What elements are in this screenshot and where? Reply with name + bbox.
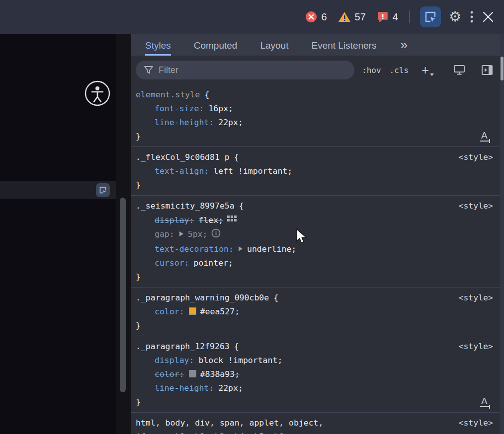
rule-header: element.style{	[136, 88, 495, 102]
property-name[interactable]: display:	[155, 216, 194, 225]
tab-computed[interactable]: Computed	[194, 40, 238, 56]
issues-badge[interactable]: 4	[377, 11, 398, 23]
property-name[interactable]: gap:	[155, 229, 174, 239]
property-name[interactable]: display:	[155, 356, 194, 365]
property-value[interactable]: #eea527;	[200, 307, 240, 316]
rule-base-reset: html, body, div, span, applet, object, <…	[131, 413, 500, 434]
info-icon[interactable]	[211, 228, 221, 242]
style-source-link[interactable]: <style>	[458, 340, 493, 354]
accessibility-icon	[84, 79, 111, 109]
property-value[interactable]: left !important;	[213, 166, 292, 176]
property-value[interactable]: 22px;	[218, 118, 243, 127]
more-tabs-icon[interactable]: »	[400, 37, 407, 56]
expand-arrow-icon[interactable]	[179, 231, 183, 236]
close-icon	[482, 11, 494, 23]
rule-header: ._paragraph_warning_090cb0e{ <style>	[136, 291, 495, 305]
property-name[interactable]: line-height:	[155, 383, 214, 393]
property-name[interactable]: cursor:	[155, 258, 189, 268]
property-value[interactable]: 16px;	[208, 104, 233, 113]
font-editor-icon[interactable]: A	[479, 395, 492, 408]
issue-count: 4	[393, 11, 398, 23]
rule-selector[interactable]: html, body, div, span, applet, object,	[136, 418, 324, 428]
sidebar-tabbar: Styles Computed Layout Event Listeners »	[131, 34, 504, 56]
rule-selector-line2: iframe, h1, h2, h3, h4, h5, h6, p	[136, 430, 495, 434]
devtools-topbar: 6 57 4 ⚙	[0, 0, 504, 34]
inspect-element-button[interactable]	[420, 6, 441, 27]
declaration: font-size:16px;	[136, 102, 495, 116]
tab-event-listeners[interactable]: Event Listeners	[311, 40, 376, 56]
tab-layout[interactable]: Layout	[260, 40, 288, 56]
chevron-down-icon	[430, 73, 434, 76]
rule-selector[interactable]: ._seismicity_8997e5a	[136, 201, 235, 211]
declaration: cursor:pointer;	[136, 256, 495, 270]
property-name[interactable]: line-height:	[155, 118, 214, 127]
property-name[interactable]: color:	[155, 307, 184, 316]
property-value[interactable]: underline;	[247, 244, 296, 254]
kebab-menu-icon	[470, 11, 473, 23]
expand-arrow-icon[interactable]	[239, 246, 243, 251]
warning-count: 57	[355, 11, 366, 23]
property-name[interactable]: text-align:	[155, 166, 209, 176]
more-options-button[interactable]	[470, 11, 473, 23]
property-value[interactable]: 5px;	[188, 229, 208, 239]
rule-selector[interactable]: element.style	[136, 90, 200, 99]
styles-panel: Styles Computed Layout Event Listeners »…	[131, 34, 504, 434]
property-name[interactable]: text-decoration:	[155, 244, 234, 254]
rule-selector[interactable]: ._paragraph_warning_090cb0e	[136, 293, 269, 302]
toggle-class-button[interactable]: .cls	[390, 66, 409, 75]
console-warnings-badge[interactable]: 57	[338, 11, 366, 23]
rendering-emulation-button[interactable]	[453, 65, 465, 75]
toggle-pseudo-state-button[interactable]: :hov	[362, 66, 381, 75]
rule-seismicity: ._seismicity_8997e5a{ <style> display:fl…	[131, 196, 500, 288]
property-name[interactable]: color:	[155, 369, 184, 379]
rule-header: ._seismicity_8997e5a{ <style>	[136, 199, 495, 213]
property-value[interactable]: flex;	[198, 216, 223, 225]
flex-editor-icon[interactable]	[227, 213, 238, 227]
property-value[interactable]: pointer;	[194, 258, 233, 268]
property-value[interactable]: 22px;	[218, 383, 243, 393]
rule-selector[interactable]: ._flexCol_9c06d81 p	[136, 152, 230, 162]
styles-filter-input[interactable]	[136, 61, 354, 79]
rule-selector[interactable]: ._paragraph_12f9263	[136, 342, 230, 351]
panel-scrollbar-thumb[interactable]	[501, 57, 504, 80]
rule-header: ._paragraph_12f9263{ <style>	[136, 340, 495, 354]
style-source-link[interactable]: <style>	[458, 416, 493, 430]
toggle-sidebar-button[interactable]	[481, 65, 493, 75]
style-source-link[interactable]: <style>	[458, 291, 493, 305]
color-swatch[interactable]	[189, 370, 196, 377]
style-source-link[interactable]: <style>	[458, 199, 493, 213]
declaration: color:#eea527;	[136, 305, 495, 319]
font-editor-icon[interactable]: A	[479, 130, 492, 143]
issue-icon	[377, 11, 389, 23]
color-swatch[interactable]	[189, 307, 196, 315]
console-errors-badge[interactable]: 6	[305, 11, 327, 23]
warning-icon	[338, 11, 351, 23]
rule-paragraph-warning: ._paragraph_warning_090cb0e{ <style> col…	[131, 288, 500, 336]
close-devtools-button[interactable]	[482, 11, 494, 23]
rule-paragraph: ._paragraph_12f9263{ <style> display:blo…	[131, 336, 500, 413]
rule-flexcol: ._flexCol_9c06d81 p{ <style> text-align:…	[131, 147, 500, 196]
settings-button[interactable]: ⚙	[449, 10, 461, 24]
devtools-window: 6 57 4 ⚙	[0, 0, 504, 434]
declaration: display:block !important;	[136, 354, 495, 367]
property-name[interactable]: font-size:	[155, 104, 204, 113]
property-value[interactable]: #838a93;	[200, 369, 240, 379]
styles-toolbar: :hov .cls +	[131, 56, 504, 84]
screen-icon	[453, 65, 465, 75]
style-rules-list: element.style{ font-size:16px; line-heig…	[131, 84, 500, 434]
style-source-link[interactable]: <style>	[458, 150, 493, 164]
declaration: line-height:22px;	[136, 116, 495, 130]
tab-styles[interactable]: Styles	[145, 40, 171, 56]
filter-funnel-icon	[144, 65, 154, 75]
highlighted-page-element	[0, 181, 116, 199]
rule-element-style: element.style{ font-size:16px; line-heig…	[131, 84, 500, 147]
property-value[interactable]: block !important;	[198, 356, 282, 365]
new-style-rule-button[interactable]: +	[421, 64, 429, 76]
panel-scrollbar-track	[500, 34, 504, 434]
declaration: text-decoration:underline;	[136, 242, 495, 256]
declaration-overridden: display:flex;	[136, 213, 495, 227]
page-scrollbar-track	[116, 34, 131, 434]
page-scrollbar-thumb[interactable]	[120, 198, 126, 392]
inspect-badge[interactable]	[96, 183, 110, 197]
topbar-divider	[409, 10, 410, 23]
